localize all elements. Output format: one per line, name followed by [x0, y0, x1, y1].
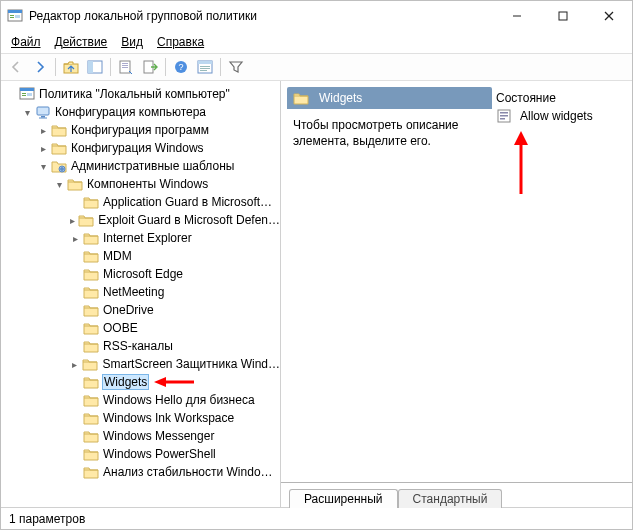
setting-label: Allow widgets [520, 109, 593, 123]
tree-node[interactable]: ▾Компоненты Windows [53, 175, 280, 193]
filter-button[interactable] [225, 56, 247, 78]
properties-button[interactable] [115, 56, 137, 78]
tree-node[interactable]: Анализ стабильности Windo… [69, 463, 280, 481]
folder-icon [67, 176, 83, 192]
menu-help[interactable]: Справка [151, 33, 210, 51]
svg-rect-25 [20, 88, 34, 91]
menu-view[interactable]: Вид [115, 33, 149, 51]
maximize-button[interactable] [540, 1, 586, 31]
tree-node[interactable]: Windows Ink Workspace [69, 409, 280, 427]
find-button[interactable] [194, 56, 216, 78]
tree-node[interactable]: Microsoft Edge [69, 265, 280, 283]
tree-node[interactable]: ▸SmartScreen Защитника Wind… [69, 355, 280, 373]
tree-node[interactable]: ▾Конфигурация компьютера [21, 103, 280, 121]
tree-node[interactable]: Widgets [69, 373, 280, 391]
svg-rect-3 [10, 17, 14, 18]
expander-icon[interactable]: ▸ [37, 142, 49, 154]
tree-node[interactable]: ▸Конфигурация Windows [37, 139, 280, 157]
tree-node[interactable]: RSS-каналы [69, 337, 280, 355]
folder-icon [83, 320, 99, 336]
tree-node[interactable]: MDM [69, 247, 280, 265]
show-hide-tree-button[interactable] [84, 56, 106, 78]
export-button[interactable] [139, 56, 161, 78]
svg-rect-31 [39, 118, 47, 119]
folder-icon [83, 338, 99, 354]
tree-node[interactable]: ▸Конфигурация программ [37, 121, 280, 139]
setting-icon [496, 108, 512, 124]
expander-icon[interactable]: ▾ [37, 160, 49, 172]
tree-node[interactable]: OOBE [69, 319, 280, 337]
setting-item[interactable]: Allow widgets [496, 107, 626, 125]
tree-node-label: Компоненты Windows [87, 177, 208, 191]
svg-rect-20 [198, 61, 212, 64]
tree-node-label: Windows Messenger [103, 429, 214, 443]
tree-node[interactable]: NetMeeting [69, 283, 280, 301]
tree-node-label: Конфигурация Windows [71, 141, 204, 155]
computer-icon [35, 104, 51, 120]
toolbar: ? [1, 53, 632, 81]
folder-icon [293, 90, 309, 106]
statusbar: 1 параметров [1, 507, 632, 529]
expander-icon[interactable]: ▸ [69, 358, 80, 370]
help-button[interactable]: ? [170, 56, 192, 78]
annotation-arrow-icon [152, 375, 196, 389]
svg-rect-37 [500, 112, 508, 114]
tree-node-label: Windows Hello для бизнеса [103, 393, 255, 407]
svg-rect-39 [500, 118, 505, 120]
close-button[interactable] [586, 1, 632, 31]
expander-icon[interactable]: ▸ [37, 124, 49, 136]
folder-icon [83, 446, 99, 462]
expander-icon[interactable]: ▸ [69, 232, 81, 244]
tree-node[interactable]: OneDrive [69, 301, 280, 319]
window-title: Редактор локальной групповой политики [29, 9, 494, 23]
tree-node[interactable]: ▾Административные шаблоны [37, 157, 280, 175]
tree-node-label: SmartScreen Защитника Wind… [102, 357, 280, 371]
tab-extended[interactable]: Расширенный [289, 489, 398, 508]
tree-node[interactable]: Application Guard в Microsoft… [69, 193, 280, 211]
detail-folder-title: Widgets [319, 91, 362, 105]
expander-icon[interactable]: ▾ [53, 178, 65, 190]
tree-node-label: Административные шаблоны [71, 159, 234, 173]
svg-rect-38 [500, 115, 508, 117]
tree-pane[interactable]: Политика "Локальный компьютер"▾Конфигура… [1, 81, 281, 507]
svg-rect-11 [88, 61, 93, 73]
svg-rect-15 [122, 67, 128, 68]
back-button[interactable] [5, 56, 27, 78]
expander-icon[interactable]: ▾ [21, 106, 33, 118]
svg-rect-22 [200, 68, 210, 69]
tree-node-label: NetMeeting [103, 285, 164, 299]
folder-icon [51, 140, 67, 156]
detail-description: Чтобы просмотреть описание элемента, выд… [287, 109, 492, 157]
gpedit-root-icon [19, 86, 35, 102]
forward-button[interactable] [29, 56, 51, 78]
tree-node[interactable]: ▸Internet Explorer [69, 229, 280, 247]
up-button[interactable] [60, 56, 82, 78]
folder-icon [83, 464, 99, 480]
tab-standard[interactable]: Стандартный [398, 489, 503, 508]
tree-node[interactable]: Политика "Локальный компьютер" [5, 85, 280, 103]
tree-node-label: Политика "Локальный компьютер" [39, 87, 230, 101]
detail-tabs: Расширенный Стандартный [281, 483, 632, 507]
tree-node[interactable]: Windows Hello для бизнеса [69, 391, 280, 409]
menu-file[interactable]: Файл [5, 33, 47, 51]
expander-icon[interactable]: ▸ [69, 214, 76, 226]
folder-icon [83, 248, 99, 264]
tree-node-label: OOBE [103, 321, 138, 335]
tree-node[interactable]: ▸Exploit Guard в Microsoft Defen… [69, 211, 280, 229]
status-text: 1 параметров [9, 512, 85, 526]
app-icon [7, 8, 23, 24]
tree-node-label: Exploit Guard в Microsoft Defen… [98, 213, 280, 227]
minimize-button[interactable] [494, 1, 540, 31]
tree-node[interactable]: Windows Messenger [69, 427, 280, 445]
state-column-header[interactable]: Состояние [496, 87, 626, 107]
svg-rect-27 [22, 95, 26, 96]
admin-templates-icon [51, 158, 67, 174]
svg-rect-28 [27, 93, 32, 96]
menu-action[interactable]: Действие [49, 33, 114, 51]
folder-icon [83, 428, 99, 444]
tree-node-label: Конфигурация программ [71, 123, 209, 137]
svg-rect-4 [15, 15, 20, 18]
tree-node-label: Анализ стабильности Windo… [103, 465, 273, 479]
tree-node[interactable]: Windows PowerShell [69, 445, 280, 463]
tree-node-label: Microsoft Edge [103, 267, 183, 281]
